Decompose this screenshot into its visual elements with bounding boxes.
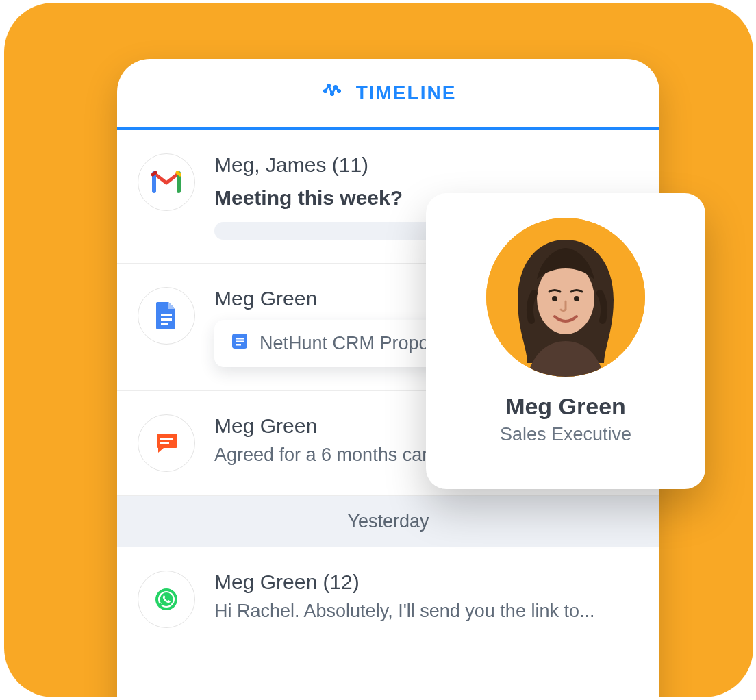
timeline-entry[interactable]: Meg Green (12) Hi Rachel. Absolutely, I'…: [117, 547, 659, 651]
timeline-date-divider: Yesterday: [117, 496, 659, 547]
contact-name: Meg Green: [505, 393, 626, 420]
google-docs-icon: [138, 287, 195, 345]
svg-rect-9: [236, 338, 244, 340]
svg-point-18: [574, 296, 579, 301]
svg-point-1: [327, 84, 329, 86]
svg-point-16: [537, 263, 594, 334]
chat-icon: [138, 414, 195, 472]
svg-point-2: [331, 92, 333, 95]
doc-chip-icon: [231, 332, 249, 355]
gmail-icon: [138, 153, 195, 211]
svg-point-3: [334, 86, 336, 88]
contact-role: Sales Executive: [500, 424, 631, 445]
contact-card[interactable]: Meg Green Sales Executive: [426, 193, 705, 489]
svg-point-17: [552, 296, 557, 301]
svg-rect-12: [160, 438, 173, 440]
timeline-title: TIMELINE: [356, 82, 457, 104]
entry-body-text: Hi Rachel. Absolutely, I'll send you the…: [214, 601, 642, 622]
avatar: [486, 218, 645, 377]
svg-point-4: [338, 90, 340, 92]
timeline-header: TIMELINE: [117, 59, 659, 130]
stage-background: TIMELINE Meg, James (11) Meeting this we…: [4, 3, 753, 697]
whatsapp-icon: [138, 571, 195, 628]
entry-body: Meg Green (12) Hi Rachel. Absolutely, I'…: [214, 571, 642, 622]
svg-point-0: [324, 90, 326, 92]
svg-rect-7: [161, 323, 168, 325]
svg-rect-11: [236, 344, 241, 346]
entry-title: Meg Green (12): [214, 571, 642, 594]
svg-rect-13: [160, 442, 169, 444]
attachment-label: NetHunt CRM Proposal: [260, 333, 453, 354]
entry-title: Meg, James (11): [214, 153, 642, 177]
divider-label: Yesterday: [347, 511, 429, 532]
activity-icon: [320, 82, 344, 105]
svg-rect-5: [161, 314, 172, 316]
svg-rect-6: [161, 318, 172, 321]
svg-rect-10: [236, 341, 244, 343]
